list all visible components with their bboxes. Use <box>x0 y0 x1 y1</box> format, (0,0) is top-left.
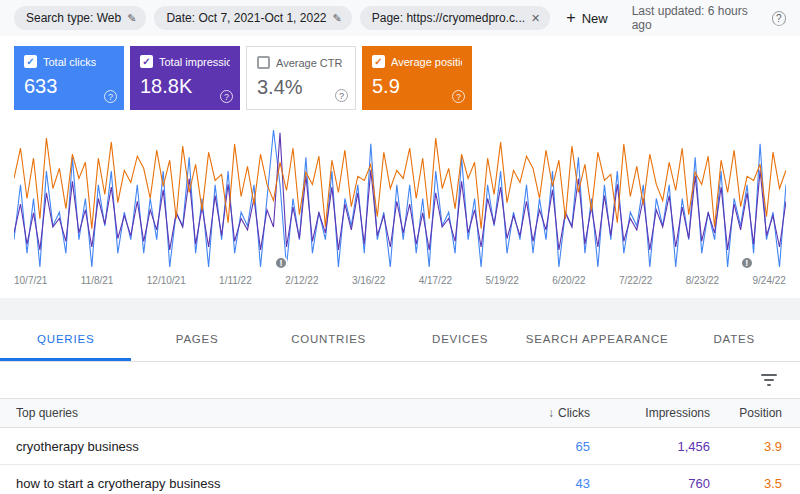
search-type-chip-label: Search type: Web <box>26 11 121 25</box>
average-ctr-card[interactable]: Average CTR 3.4% ? <box>246 46 356 110</box>
average-ctr-card-header: Average CTR <box>257 56 345 69</box>
x-axis-tick-label: 11/8/21 <box>81 275 114 286</box>
position-cell: 3.9 <box>710 439 800 454</box>
position-cell: 3.5 <box>710 476 800 491</box>
help-icon[interactable]: ? <box>335 89 348 102</box>
performance-chart-canvas <box>14 124 786 269</box>
search-type-chip[interactable]: Search type: Web ✎ <box>14 6 146 30</box>
x-axis-tick-label: 12/10/21 <box>147 275 186 286</box>
average-position-label: Average position <box>391 56 462 68</box>
impressions-cell: 760 <box>590 476 710 491</box>
average-ctr-value: 3.4% <box>257 76 345 99</box>
total-impressions-card[interactable]: ✓ Total impressions 18.8K ? <box>130 46 240 110</box>
date-range-chip-label: Date: Oct 7, 2021-Oct 1, 2022 <box>166 11 326 25</box>
query-cell: cryotherapy business <box>0 439 500 454</box>
help-icon[interactable]: ? <box>772 11 786 26</box>
edit-pencil-icon[interactable]: ✎ <box>127 12 136 25</box>
search-console-performance-page: Search type: Web ✎ Date: Oct 7, 2021-Oct… <box>0 0 800 494</box>
help-icon[interactable]: ? <box>220 90 233 103</box>
last-updated-text: Last updated: 6 hours ago <box>632 4 764 32</box>
dimension-tabs: QUERIESPAGESCOUNTRIESDEVICESSEARCH APPEA… <box>0 320 800 362</box>
table-row[interactable]: how to start a cryotherapy business43760… <box>0 465 800 494</box>
x-axis-tick-label: 1/11/22 <box>219 275 252 286</box>
metrics-and-chart-section: ✓ Total clicks 633 ? ✓ Total impressions… <box>0 36 800 298</box>
tab-devices[interactable]: DEVICES <box>394 320 525 361</box>
help-icon[interactable]: ? <box>452 90 465 103</box>
query-cell: how to start a cryotherapy business <box>0 476 500 491</box>
top-queries-header: Top queries <box>0 406 500 420</box>
x-axis-tick-label: 9/24/22 <box>752 275 785 286</box>
section-divider <box>0 298 800 320</box>
average-position-value: 5.9 <box>372 75 462 98</box>
new-filter-label: New <box>582 11 608 26</box>
total-impressions-label: Total impressions <box>159 56 230 68</box>
annotation-marker-icon[interactable]: ! <box>740 256 754 270</box>
sort-desc-icon: ↓ <box>548 406 554 420</box>
filter-bar: Search type: Web ✎ Date: Oct 7, 2021-Oct… <box>0 0 800 36</box>
page-filter-chip-label: Page: https://cryomedpro.c... <box>372 11 525 25</box>
average-position-card[interactable]: ✓ Average position 5.9 ? <box>362 46 472 110</box>
metric-cards: ✓ Total clicks 633 ? ✓ Total impressions… <box>0 46 800 110</box>
close-icon[interactable]: ✕ <box>531 12 540 25</box>
tab-countries[interactable]: COUNTRIES <box>263 320 394 361</box>
tab-search-appearance[interactable]: SEARCH APPEARANCE <box>526 320 669 361</box>
performance-chart[interactable]: !! <box>14 124 786 269</box>
date-range-chip[interactable]: Date: Oct 7, 2021-Oct 1, 2022 ✎ <box>154 6 351 30</box>
x-axis-tick-label: 10/7/21 <box>14 275 47 286</box>
table-header: Top queries ↓Clicks Impressions Position <box>0 398 800 428</box>
table-row[interactable]: cryotherapy business651,4563.9 <box>0 428 800 465</box>
impressions-header[interactable]: Impressions <box>590 406 710 420</box>
help-icon[interactable]: ? <box>104 90 117 103</box>
annotation-marker-icon[interactable]: ! <box>274 256 288 270</box>
page-filter-chip[interactable]: Page: https://cryomedpro.c... ✕ <box>360 6 551 30</box>
tab-queries[interactable]: QUERIES <box>0 320 131 361</box>
x-axis-tick-label: 7/22/22 <box>619 275 652 286</box>
clicks-line <box>14 130 786 267</box>
x-axis-tick-label: 8/23/22 <box>686 275 719 286</box>
total-clicks-checkbox[interactable]: ✓ <box>24 55 37 68</box>
position-header[interactable]: Position <box>710 406 800 420</box>
x-axis-tick-label: 3/16/22 <box>352 275 385 286</box>
edit-pencil-icon[interactable]: ✎ <box>332 12 341 25</box>
total-clicks-value: 633 <box>24 75 114 98</box>
plus-icon: + <box>566 12 575 24</box>
average-position-card-header: ✓ Average position <box>372 55 462 68</box>
x-axis-tick-label: 5/19/22 <box>485 275 518 286</box>
table-body: cryotherapy business651,4563.9how to sta… <box>0 428 800 494</box>
dimensions-table-section: QUERIESPAGESCOUNTRIESDEVICESSEARCH APPEA… <box>0 320 800 494</box>
clicks-cell: 65 <box>500 439 590 454</box>
impressions-cell: 1,456 <box>590 439 710 454</box>
table-filter-row <box>0 362 800 398</box>
total-clicks-card-header: ✓ Total clicks <box>24 55 114 68</box>
tab-dates[interactable]: DATES <box>669 320 800 361</box>
total-impressions-checkbox[interactable]: ✓ <box>140 55 153 68</box>
filter-icon[interactable] <box>760 373 778 387</box>
clicks-header[interactable]: ↓Clicks <box>500 406 590 420</box>
total-impressions-card-header: ✓ Total impressions <box>140 55 230 68</box>
average-ctr-label: Average CTR <box>276 57 342 69</box>
clicks-header-label: Clicks <box>558 406 590 420</box>
x-axis-tick-label: 2/12/22 <box>285 275 318 286</box>
new-filter-button[interactable]: + New <box>558 6 615 31</box>
x-axis-labels: 10/7/2111/8/2112/10/211/11/222/12/223/16… <box>14 275 786 286</box>
average-ctr-checkbox[interactable] <box>257 56 270 69</box>
tab-pages[interactable]: PAGES <box>131 320 262 361</box>
total-clicks-label: Total clicks <box>43 56 96 68</box>
clicks-cell: 43 <box>500 476 590 491</box>
x-axis-tick-label: 4/17/22 <box>419 275 452 286</box>
average-position-checkbox[interactable]: ✓ <box>372 55 385 68</box>
total-clicks-card[interactable]: ✓ Total clicks 633 ? <box>14 46 124 110</box>
x-axis-tick-label: 6/20/22 <box>552 275 585 286</box>
total-impressions-value: 18.8K <box>140 75 230 98</box>
